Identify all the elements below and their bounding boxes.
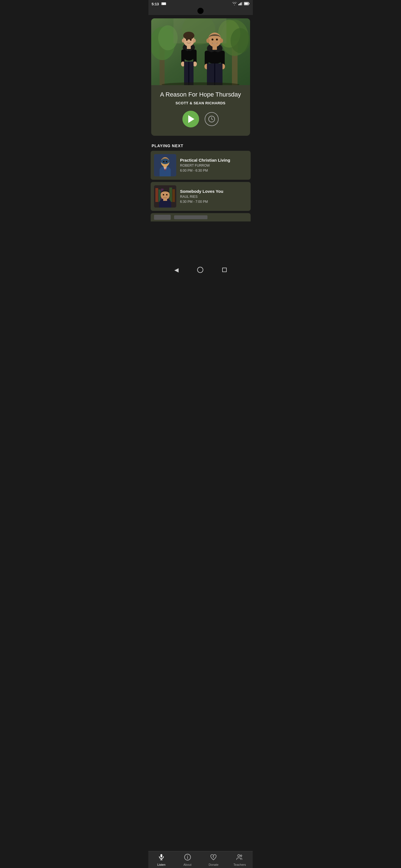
svg-point-40: [206, 38, 210, 43]
schedule-item-1[interactable]: Practical Christian Living ROBERT FURROW…: [151, 151, 251, 180]
schedule-title-2: Somebody Loves You: [180, 189, 247, 194]
schedule-time-2: 6:30 PM - 7:00 PM: [180, 200, 247, 204]
svg-rect-3: [242, 2, 242, 5]
schedule-title-1: Practical Christian Living: [180, 158, 247, 162]
svg-rect-21: [193, 50, 197, 63]
system-nav-bar: ◀: [148, 263, 253, 277]
recents-button[interactable]: [222, 268, 227, 272]
hero-illustration: [151, 18, 250, 85]
svg-point-43: [216, 39, 218, 41]
svg-point-23: [193, 61, 197, 66]
wifi-icon: [232, 2, 237, 6]
svg-rect-1: [239, 3, 240, 5]
svg-rect-49: [164, 165, 167, 167]
schedule-thumb-1: [154, 154, 176, 176]
notch: [148, 8, 253, 15]
hero-subtitle: SCOTT & SEAN RICHARDS: [156, 101, 246, 105]
partial-text: [174, 215, 207, 219]
schedule-info-2: Somebody Loves You RAUL RIES 6:30 PM - 7…: [180, 189, 247, 204]
play-icon: [188, 115, 194, 123]
hero-controls: [156, 111, 246, 133]
schedule-item-2[interactable]: Somebody Loves You RAUL RIES 6:30 PM - 7…: [151, 182, 251, 211]
time-display: 5:13: [152, 2, 159, 6]
signal-icon: [238, 2, 242, 6]
schedule-host-1: ROBERT FURROW: [180, 163, 247, 167]
back-button[interactable]: ◀: [174, 267, 178, 273]
svg-point-28: [193, 39, 196, 42]
svg-rect-58: [172, 189, 175, 202]
svg-point-41: [220, 38, 223, 43]
camera-notch: [197, 8, 204, 14]
play-button[interactable]: [182, 111, 199, 127]
svg-point-62: [166, 194, 167, 195]
partial-thumb: [154, 215, 171, 220]
svg-rect-39: [212, 45, 217, 50]
svg-rect-25: [188, 61, 189, 85]
battery-icon: [244, 2, 250, 6]
svg-point-50: [163, 161, 164, 162]
svg-rect-20: [181, 50, 184, 63]
svg-rect-55: [159, 189, 161, 202]
schedule-thumb-image-1: [154, 154, 176, 176]
svg-rect-0: [238, 4, 239, 5]
svg-rect-38: [214, 63, 215, 85]
svg-rect-57: [169, 187, 172, 202]
svg-point-29: [186, 39, 188, 41]
schedule-thumb-image-2: [154, 185, 176, 208]
hero-image: [151, 18, 250, 85]
schedule-info-1: Practical Christian Living ROBERT FURROW…: [180, 158, 247, 173]
svg-point-27: [182, 39, 184, 42]
clock-icon: [208, 116, 215, 123]
svg-point-42: [211, 39, 213, 41]
hero-title: A Reason For Hope Thursday: [156, 91, 246, 99]
svg-rect-54: [155, 188, 158, 202]
schedule-host-2: RAUL RIES: [180, 195, 247, 199]
svg-point-30: [190, 39, 192, 41]
schedule-time-1: 6:00 PM - 6:30 PM: [180, 168, 247, 173]
svg-point-61: [163, 194, 164, 195]
svg-point-48: [161, 159, 169, 164]
svg-rect-26: [187, 45, 191, 49]
status-icons: [232, 2, 250, 6]
status-bar: 5:13 ⌨: [148, 0, 253, 8]
hero-card: A Reason For Hope Thursday SCOTT & SEAN …: [151, 18, 250, 136]
svg-rect-5: [249, 3, 249, 4]
clock-button[interactable]: [205, 112, 219, 126]
svg-point-51: [166, 161, 167, 162]
svg-point-14: [231, 28, 250, 53]
schedule-thumb-2: [154, 185, 176, 208]
status-time: 5:13 ⌨: [152, 2, 166, 6]
svg-rect-60: [163, 199, 167, 201]
svg-rect-6: [244, 2, 248, 4]
hero-info: A Reason For Hope Thursday SCOTT & SEAN …: [151, 85, 250, 136]
schedule-item-partial: [151, 213, 251, 221]
svg-rect-2: [240, 2, 241, 5]
svg-point-19: [183, 32, 194, 39]
playing-next-label: PLAYING NEXT: [148, 139, 253, 151]
keyboard-icon: ⌨: [161, 2, 166, 6]
home-button[interactable]: [197, 267, 203, 273]
